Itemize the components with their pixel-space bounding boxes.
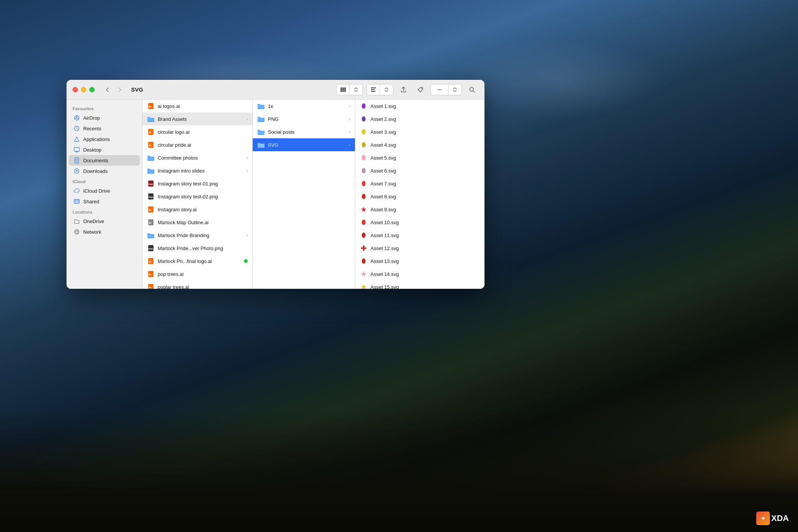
file-item-martock-pri-logo[interactable]: Ai Martock Pri...final logo.ai bbox=[142, 255, 252, 268]
folder-file-icon bbox=[147, 167, 155, 174]
file-item-circular-pride[interactable]: Ai circular pride.ai bbox=[142, 138, 252, 151]
sidebar-item-icloud-drive[interactable]: iCloud Drive bbox=[69, 185, 140, 196]
svg-point-6 bbox=[421, 88, 422, 89]
file-item-asset3[interactable]: Asset 3.svg bbox=[355, 125, 484, 138]
svg-text:Ai: Ai bbox=[149, 286, 151, 289]
svg-marker-56 bbox=[361, 271, 366, 277]
file-item-instagram-intro[interactable]: Instagram intro slides › bbox=[142, 164, 252, 177]
sidebar-item-shared[interactable]: Shared bbox=[69, 196, 140, 207]
file-item-instagram-story-ai[interactable]: Ai Instagram story.ai bbox=[142, 203, 252, 216]
file-item-martock-map[interactable]: Ai Martock Map Outline.ai bbox=[142, 216, 252, 229]
file-item-pop-trees[interactable]: Ai pop trees.ai bbox=[142, 268, 252, 280]
file-item-asset10[interactable]: Asset 10.svg bbox=[355, 216, 484, 229]
icloud-header: iCloud bbox=[66, 176, 142, 185]
more-toggle-button[interactable] bbox=[448, 84, 461, 95]
file-item-asset14[interactable]: Asset 14.svg bbox=[355, 268, 484, 280]
file-item-circular-logo[interactable]: Ai circular logo.ai bbox=[142, 125, 252, 138]
svg-point-8 bbox=[439, 89, 440, 90]
file-item-asset7[interactable]: Asset 7.svg bbox=[355, 177, 484, 190]
sidebar-item-airdrop[interactable]: AirDrop bbox=[69, 112, 140, 123]
svg-marker-57 bbox=[361, 284, 366, 289]
png-file-icon: PNG bbox=[147, 193, 155, 200]
toolbar-right bbox=[336, 84, 478, 95]
share-button[interactable] bbox=[397, 84, 410, 95]
sidebar-item-label: Downloads bbox=[83, 168, 108, 174]
silhouette-overlay bbox=[0, 410, 798, 532]
sidebar-item-documents[interactable]: Documents bbox=[69, 155, 140, 166]
sidebar-item-label: Recents bbox=[83, 126, 101, 131]
svg-text:Ai: Ai bbox=[149, 260, 151, 263]
column-1: Ai ai logos.ai Brand Assets › Ai circula… bbox=[142, 100, 253, 289]
file-item-png[interactable]: PNG › bbox=[253, 112, 355, 125]
file-item-instagram-story-01[interactable]: PNG Instagram story test-01.png bbox=[142, 177, 252, 190]
forward-button[interactable] bbox=[114, 84, 125, 95]
chevron-icon: › bbox=[349, 117, 350, 121]
arrange-toggle-button[interactable] bbox=[380, 84, 393, 95]
more-button[interactable] bbox=[431, 84, 448, 95]
file-item-asset15[interactable]: Asset 15.svg bbox=[355, 280, 484, 289]
file-item-asset6[interactable]: Asset 6.svg bbox=[355, 164, 484, 177]
file-item-asset1[interactable]: Asset 1.svg bbox=[355, 100, 484, 112]
svg-text:Ai: Ai bbox=[149, 222, 151, 224]
svg-text:PNG: PNG bbox=[149, 248, 154, 250]
svg-rect-13 bbox=[74, 147, 79, 151]
view-columns-button[interactable] bbox=[337, 84, 350, 95]
file-item-brand-assets[interactable]: Brand Assets › bbox=[142, 112, 252, 125]
file-item-martock-pride-branding[interactable]: Martock Pride Branding › bbox=[142, 229, 252, 242]
sidebar-item-applications[interactable]: Applications bbox=[69, 134, 140, 144]
asset-name: Asset 11.svg bbox=[370, 233, 480, 238]
file-item-poplar-trees[interactable]: Ai poplar trees.ai bbox=[142, 280, 252, 289]
file-item-1x[interactable]: 1x › bbox=[253, 100, 355, 112]
airdrop-icon bbox=[73, 114, 80, 121]
svg-point-7 bbox=[437, 89, 439, 90]
folder-blue-icon bbox=[257, 128, 265, 136]
asset-icon bbox=[360, 283, 367, 289]
svg-rect-1 bbox=[342, 87, 344, 92]
file-item-martock-pride-photo[interactable]: PNG Martock Pride...ver Photo.png bbox=[142, 242, 252, 255]
file-item-social-posts[interactable]: Social posts › bbox=[253, 125, 355, 138]
folder-blue-icon bbox=[257, 115, 265, 123]
file-item-asset12[interactable]: Asset 12.svg bbox=[355, 242, 484, 255]
asset-icon bbox=[360, 270, 367, 278]
column-3: Asset 1.svg Asset 2.svg Asset 3.svg Asse… bbox=[355, 100, 484, 289]
sidebar: Favourites AirDrop bbox=[66, 100, 142, 289]
arrange-button[interactable] bbox=[367, 84, 380, 95]
asset-icon bbox=[360, 231, 367, 239]
view-toggle-button[interactable] bbox=[350, 84, 363, 95]
svg-point-45 bbox=[362, 142, 366, 147]
file-name: Martock Pri...final logo.ai bbox=[158, 258, 241, 264]
close-button[interactable] bbox=[73, 87, 78, 92]
chevron-icon: › bbox=[349, 142, 350, 147]
file-name: circular pride.ai bbox=[158, 142, 248, 148]
file-item-asset11[interactable]: Asset 11.svg bbox=[355, 229, 484, 242]
file-item-asset2[interactable]: Asset 2.svg bbox=[355, 112, 484, 125]
svg-rect-3 bbox=[371, 87, 376, 89]
locations-header: Locations bbox=[66, 207, 142, 216]
file-item-instagram-story-02[interactable]: PNG Instagram story test-02.png bbox=[142, 190, 252, 203]
svg-point-42 bbox=[362, 103, 366, 109]
xda-badge: ✦ XDA bbox=[756, 511, 789, 525]
file-item-svg[interactable]: SVG › bbox=[253, 138, 355, 151]
search-button[interactable] bbox=[466, 84, 478, 95]
file-item-asset8[interactable]: Asset 8.svg bbox=[355, 190, 484, 203]
sidebar-item-downloads[interactable]: Downloads bbox=[69, 166, 140, 176]
file-item-asset9[interactable]: Asset 9.svg bbox=[355, 203, 484, 216]
sidebar-item-network[interactable]: Network bbox=[69, 226, 140, 237]
sidebar-item-onedrive[interactable]: OneDrive bbox=[69, 216, 140, 226]
sidebar-item-desktop[interactable]: Desktop bbox=[69, 144, 140, 155]
asset-icon bbox=[360, 206, 367, 213]
minimize-button[interactable] bbox=[81, 87, 86, 92]
back-button[interactable] bbox=[102, 84, 113, 95]
asset-icon bbox=[360, 167, 367, 174]
sidebar-item-recents[interactable]: Recents bbox=[69, 123, 140, 134]
file-item-ai-logos[interactable]: Ai ai logos.ai bbox=[142, 100, 252, 112]
file-item-asset4[interactable]: Asset 4.svg bbox=[355, 138, 484, 151]
file-item-asset5[interactable]: Asset 5.svg bbox=[355, 151, 484, 164]
xda-text: XDA bbox=[771, 513, 789, 523]
file-item-asset13[interactable]: Asset 13.svg bbox=[355, 255, 484, 268]
tag-button[interactable] bbox=[414, 84, 427, 95]
chevron-icon: › bbox=[349, 130, 350, 134]
maximize-button[interactable] bbox=[89, 87, 95, 92]
asset-icon bbox=[360, 244, 367, 252]
file-item-committee-photos[interactable]: Committee photos › bbox=[142, 151, 252, 164]
